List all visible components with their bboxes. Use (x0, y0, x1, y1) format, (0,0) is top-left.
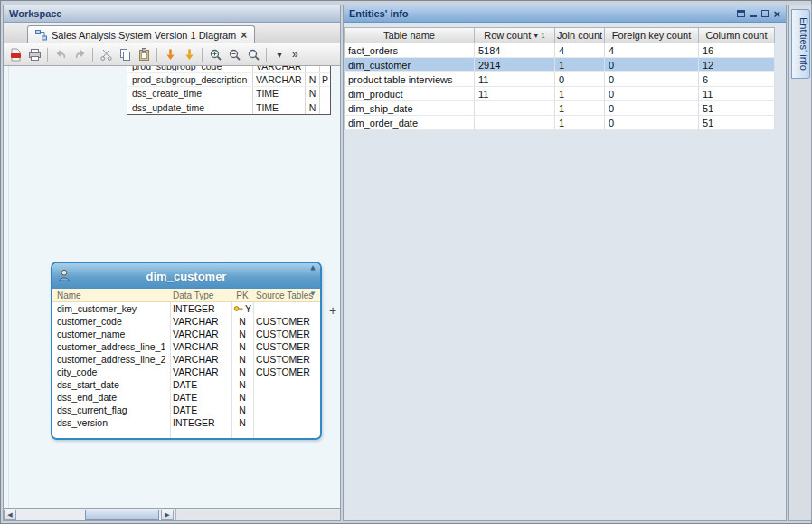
cell-column-count: 51 (699, 101, 775, 116)
column-type: VARCHAR (170, 341, 231, 352)
table-row-dim-ship-date[interactable]: dim_ship_date 1 0 51 (344, 101, 775, 116)
column-null: N (305, 87, 319, 100)
primary-key-icon (233, 304, 243, 313)
redo-button[interactable] (71, 45, 89, 63)
column-null: N (305, 100, 319, 114)
entity-row[interactable]: dss_version INTEGER N (52, 416, 320, 429)
scroll-right-button[interactable]: ▶ (161, 510, 174, 520)
entity-dim-customer[interactable]: dim_customer ▲ ▼ Name Data Type PK Sourc… (51, 262, 322, 440)
copy-button[interactable] (116, 45, 134, 63)
entity-row[interactable]: customer_address_line_2 VARCHAR N CUSTOM… (52, 353, 320, 366)
table-row-fact-orders[interactable]: fact_orders 5184 4 4 16 (344, 43, 775, 58)
entity-row[interactable]: customer_code VARCHAR N CUSTOMER (52, 315, 320, 328)
minimize-icon[interactable] (750, 15, 757, 17)
entity-row[interactable]: customer_name VARCHAR N CUSTOMER (52, 328, 320, 340)
scrollbar-filler (176, 510, 340, 520)
column-pk: N (231, 367, 253, 377)
table-row-dim-order-date[interactable]: dim_order_date 1 0 51 (344, 116, 775, 130)
cut-button[interactable] (97, 45, 115, 63)
column-type: TIME (252, 87, 305, 100)
column-name: dss_end_date (52, 392, 170, 403)
workspace-title-bar[interactable]: Workspace (4, 5, 340, 23)
header-column-count[interactable]: Column count (699, 28, 775, 43)
header-foreign-key-count[interactable]: Foreign key count (605, 28, 699, 43)
cell-join-count: 1 (555, 87, 605, 101)
entity-header[interactable]: dim_customer ▲ (52, 263, 320, 289)
column-name: dss_current_flag (52, 405, 170, 415)
column-null: N (305, 73, 319, 86)
connection-crosshair[interactable]: + (329, 303, 336, 318)
entity-row[interactable]: prod_subgroup_code VARCHAR (127, 66, 330, 73)
tab-close-icon[interactable]: × (241, 31, 247, 40)
entity-row[interactable]: city_code VARCHAR N CUSTOMER (52, 366, 320, 378)
column-source: CUSTOMER (253, 354, 320, 365)
column-pk: N (231, 329, 253, 339)
paste-button[interactable] (135, 45, 153, 63)
zoom-reset-button[interactable] (244, 45, 262, 63)
column-name: dss_update_time (127, 102, 252, 113)
page-guide-line (8, 66, 9, 508)
header-table-name[interactable]: Table name (344, 28, 475, 43)
cell-table-name: dim_customer (344, 58, 475, 72)
horizontal-scrollbar[interactable]: ◀ ▶ (4, 508, 340, 520)
cell-join-count: 1 (555, 116, 605, 130)
table-row-product-table-interviews[interactable]: product table interviews 11 0 0 6 (344, 72, 775, 87)
column-type: DATE (170, 379, 231, 390)
column-divider (231, 302, 232, 438)
cell-fk-count: 0 (605, 58, 699, 72)
entity-row[interactable]: dss_update_time TIME N (127, 100, 330, 114)
toolbar-dropdown-caret[interactable]: ▾ (270, 45, 288, 63)
toolbar-separator (92, 48, 93, 62)
export-pdf-button[interactable] (6, 45, 24, 63)
header-data-type: Data Type (170, 291, 231, 300)
header-name: Name (52, 291, 170, 300)
entity-row[interactable]: dss_current_flag DATE N (52, 404, 320, 416)
entities-info-title-bar[interactable]: Entities' info × (344, 5, 786, 23)
undo-button[interactable] (52, 45, 70, 63)
toolbar-separator (202, 48, 203, 62)
diagram-canvas[interactable]: prod_subgroup_code VARCHAR prod_subgroup… (4, 66, 340, 508)
column-name: dss_version (52, 417, 170, 428)
dock-icon[interactable] (761, 10, 769, 17)
column-name: prod_subgroup_code (127, 66, 252, 71)
column-null (305, 66, 319, 72)
entity-row[interactable]: customer_address_line_1 VARCHAR N CUSTOM… (52, 340, 320, 353)
collapse-down-icon[interactable]: ▼ (309, 291, 316, 298)
collapse-up-icon[interactable]: ▲ (309, 264, 316, 272)
column-type: VARCHAR (252, 73, 305, 86)
entities-table: Table name Row count ▼ 1 Join count Fore… (344, 27, 775, 130)
move-down-all-button[interactable] (180, 45, 198, 63)
vertical-tab-entities-info[interactable]: Entities' info (791, 9, 810, 79)
scroll-left-button[interactable]: ◀ (4, 510, 16, 520)
column-name: customer_name (52, 329, 170, 339)
entity-clipped-table[interactable]: prod_subgroup_code VARCHAR prod_subgroup… (127, 66, 331, 115)
column-type: VARCHAR (252, 66, 305, 72)
float-window-icon[interactable] (737, 10, 745, 17)
entity-row[interactable]: dss_start_date DATE N (52, 378, 320, 391)
column-type: DATE (170, 392, 231, 403)
table-row-dim-product[interactable]: dim_product 11 1 0 11 (344, 87, 775, 101)
column-name: customer_address_line_2 (52, 354, 170, 365)
close-icon[interactable]: × (773, 9, 780, 19)
header-row-count[interactable]: Row count ▼ 1 (475, 28, 555, 43)
column-source (319, 66, 330, 72)
entity-row[interactable]: prod_subgroup_description VARCHAR N P (127, 73, 330, 87)
tab-sales-analysis-diagram[interactable]: Sales Analysis System Version 1 Diagram … (27, 25, 255, 43)
header-join-count[interactable]: Join count (555, 28, 605, 43)
entity-row[interactable]: dss_create_time TIME N (127, 87, 330, 100)
scrollbar-thumb[interactable] (85, 510, 159, 520)
cell-row-count: 11 (475, 87, 555, 101)
cell-join-count: 1 (555, 101, 605, 116)
column-type: INTEGER (170, 303, 231, 314)
sort-order-badge: 1 (541, 32, 544, 40)
toolbar-overflow-chevron[interactable]: » (289, 48, 301, 61)
entity-row[interactable]: dim_customer_key INTEGER Y (52, 302, 320, 315)
column-divider (253, 302, 254, 438)
entity-row[interactable]: dss_end_date DATE N (52, 391, 320, 404)
zoom-in-button[interactable] (206, 45, 224, 63)
table-row-dim-customer[interactable]: dim_customer 2914 1 0 12 (344, 58, 775, 72)
move-down-button[interactable] (161, 45, 179, 63)
print-button[interactable] (25, 45, 43, 63)
cell-table-name: fact_orders (344, 43, 475, 58)
zoom-out-button[interactable] (225, 45, 243, 63)
